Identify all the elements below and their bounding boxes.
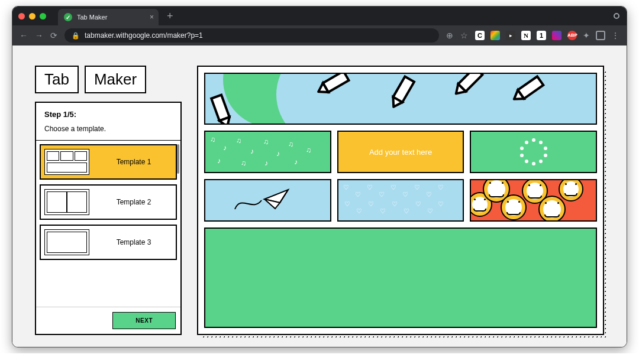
back-button[interactable]: ← [20, 31, 28, 40]
template-label: Template 2 [95, 198, 172, 206]
template-label: Template 1 [95, 158, 172, 166]
svg-point-10 [532, 138, 535, 142]
tab-title: Tab Maker [77, 14, 107, 21]
close-tab-button[interactable]: × [150, 13, 154, 21]
logo: Tab Maker [35, 66, 182, 93]
svg-point-18 [520, 147, 524, 150]
template-thumb-icon [44, 189, 89, 215]
extension-icon[interactable]: N [521, 31, 531, 40]
heart-ring-icon [518, 136, 549, 167]
extension-icon[interactable]: ▸ [506, 31, 515, 40]
template-list[interactable]: Template 1 Template 2 Te [36, 140, 180, 307]
template-label: Template 3 [95, 238, 172, 246]
new-tab-button[interactable]: + [162, 10, 178, 22]
preview-card-heartring[interactable] [470, 131, 597, 173]
step-subtitle: Choose a template. [44, 125, 172, 133]
svg-point-13 [544, 154, 547, 157]
svg-point-14 [539, 160, 543, 163]
preview-card-text[interactable]: Add your text here [337, 131, 464, 173]
close-window-button[interactable] [18, 13, 25, 20]
step-panel: Step 1/5: Choose a template. Template 1 [35, 102, 182, 335]
extension-icon[interactable] [552, 31, 561, 40]
minimize-window-button[interactable] [29, 13, 36, 20]
paper-plane-icon [229, 183, 306, 218]
address-bar[interactable]: 🔒 tabmaker.withgoogle.com/maker?p=1 [64, 28, 439, 43]
extension-icon[interactable]: 1 [537, 31, 546, 40]
template-thumb-icon [44, 229, 89, 255]
svg-point-17 [520, 154, 524, 157]
template-option-2[interactable]: Template 2 [40, 184, 177, 220]
url-text: tabmaker.withgoogle.com/maker?p=1 [85, 31, 203, 40]
forward-button[interactable]: → [35, 31, 43, 40]
extension-icon[interactable]: C [475, 31, 485, 40]
preview-card-music[interactable]: ♫♪ ♫♪ ♫♪ ♪♫ ♪♫ ♪♫ [204, 131, 331, 173]
preview-area: ♫♪ ♫♪ ♫♪ ♪♫ ♪♫ ♪♫ Add your text here [197, 66, 604, 335]
template-option-3[interactable]: Template 3 [40, 225, 177, 260]
extension-icon[interactable]: ABP [567, 31, 577, 40]
preview-card-paperplane[interactable] [204, 179, 331, 222]
zoom-window-button[interactable] [40, 13, 46, 20]
reload-button[interactable]: ⟳ [50, 31, 57, 40]
svg-point-16 [525, 160, 528, 163]
svg-point-19 [525, 141, 528, 144]
tab-favicon: ✓ [64, 13, 72, 21]
bookmark-star-icon[interactable]: ☆ [460, 31, 468, 40]
template-option-1[interactable]: Template 1 [40, 144, 177, 180]
step-footer: NEXT [36, 307, 180, 334]
extension-icon[interactable] [596, 31, 605, 40]
svg-point-15 [532, 162, 535, 165]
preview-hero-card[interactable] [204, 73, 597, 125]
extension-icon[interactable] [490, 31, 500, 40]
account-icon[interactable] [614, 13, 619, 19]
placeholder-text: Add your text here [369, 148, 432, 157]
scrollbar-thumb[interactable] [177, 144, 179, 174]
lock-icon: 🔒 [72, 32, 80, 40]
svg-point-11 [539, 141, 543, 144]
browser-toolbar: ← → ⟳ 🔒 tabmaker.withgoogle.com/maker?p=… [12, 25, 627, 46]
next-button[interactable]: NEXT [112, 312, 176, 329]
template-preview: ♫♪ ♫♪ ♫♪ ♪♫ ♪♫ ♪♫ Add your text here [197, 66, 604, 335]
svg-point-12 [544, 147, 547, 150]
logo-word-1: Tab [35, 66, 79, 93]
left-column: Tab Maker Step 1/5: Choose a template. [35, 66, 182, 335]
page-viewport: Tab Maker Step 1/5: Choose a template. [12, 46, 627, 347]
browser-menu-icon[interactable]: ⋮ [611, 31, 619, 40]
preview-card-hearts[interactable]: ♡♡ ♡♡ ♡♡ ♡♡ ♡♡ ♡♡ ♡♡ ♡♡ ♡♡ [337, 179, 464, 222]
search-icon[interactable]: ⊕ [446, 31, 453, 40]
browser-window: ✓ Tab Maker × + ← → ⟳ 🔒 tabmaker.withgoo… [12, 6, 627, 347]
step-title: Step 1/5: [44, 110, 172, 119]
extensions-puzzle-icon[interactable]: ✦ [583, 31, 590, 40]
browser-tabstrip: ✓ Tab Maker × + [12, 6, 627, 25]
window-controls[interactable] [18, 13, 46, 20]
browser-tab[interactable]: ✓ Tab Maker × [58, 9, 159, 25]
preview-footer-card[interactable] [204, 228, 597, 328]
preview-card-smileys[interactable] [470, 179, 597, 222]
app: Tab Maker Step 1/5: Choose a template. [35, 66, 604, 335]
logo-word-2: Maker [85, 66, 146, 93]
extension-icons: C ▸ N 1 ABP ✦ ⋮ [475, 31, 619, 40]
template-thumb-icon [44, 149, 89, 175]
